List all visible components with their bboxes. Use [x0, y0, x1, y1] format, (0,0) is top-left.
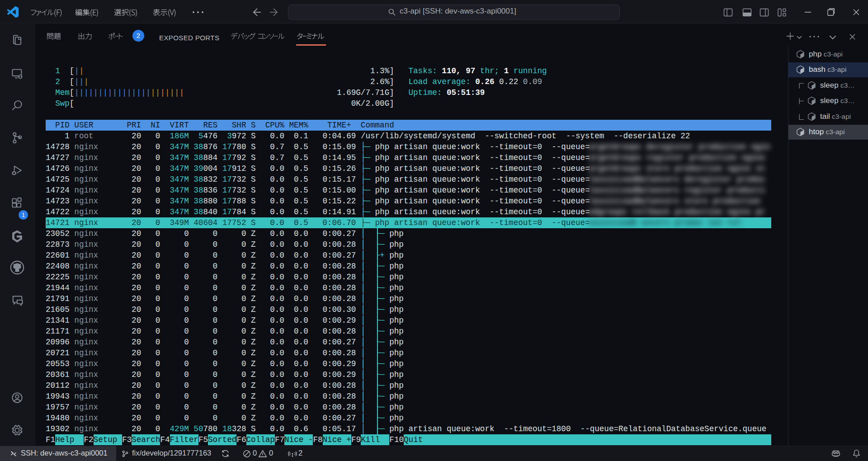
svg-text:$: $ — [801, 54, 802, 57]
svg-text:$: $ — [801, 132, 802, 135]
svg-text:$: $ — [812, 101, 814, 104]
svg-text:$: $ — [801, 70, 802, 73]
svg-text:$: $ — [812, 117, 814, 120]
svg-text:$: $ — [812, 85, 814, 89]
